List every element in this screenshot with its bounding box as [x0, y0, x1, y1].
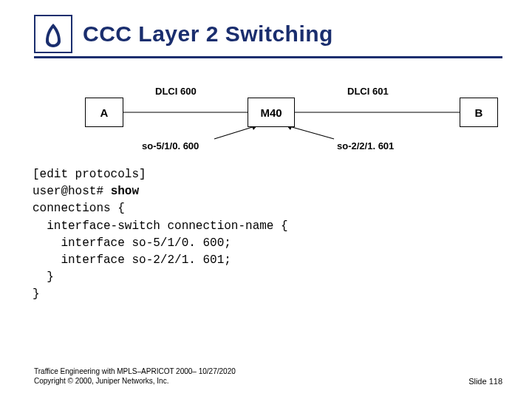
title-underline: [34, 56, 502, 58]
footer-line1: Traffice Engineering with MPLS–APRICOT 2…: [34, 366, 236, 376]
node-a: A: [85, 98, 123, 127]
code-line: [edit protocols]: [33, 168, 146, 181]
so-left-label: so-5/1/0. 600: [142, 140, 199, 151]
svg-line-4: [287, 126, 334, 139]
config-code: [edit protocols] user@host# show connect…: [33, 166, 288, 304]
code-line: }: [33, 287, 40, 301]
code-line: interface so-2/2/1. 601;: [33, 253, 231, 267]
juniper-logo: [34, 15, 72, 53]
code-line: user@host#: [33, 185, 111, 198]
dlci-right-label: DLCI 601: [347, 86, 389, 97]
svg-line-2: [214, 126, 257, 139]
code-line: interface so-5/1/0. 600;: [33, 236, 231, 250]
slide-header: CCC Layer 2 Switching: [34, 15, 502, 53]
footer-left: Traffice Engineering with MPLS–APRICOT 2…: [34, 366, 236, 386]
code-show-cmd: show: [111, 185, 139, 198]
dlci-left-label: DLCI 600: [155, 86, 197, 97]
code-line: }: [33, 270, 54, 284]
slide-footer: Traffice Engineering with MPLS–APRICOT 2…: [34, 366, 502, 386]
footer-line2: Copyright © 2000, Juniper Networks, Inc.: [34, 376, 236, 386]
so-right-label: so-2/2/1. 601: [337, 140, 394, 151]
node-b: B: [460, 98, 498, 127]
network-diagram: DLCI 600 DLCI 601 A M40 B so-5/1/0. 600 …: [0, 81, 532, 163]
slide-title: CCC Layer 2 Switching: [83, 21, 333, 47]
code-line: connections {: [33, 202, 125, 215]
node-m40: M40: [248, 98, 295, 127]
slide-number: Slide 118: [468, 377, 502, 386]
code-line: interface-switch connection-name {: [33, 219, 288, 233]
